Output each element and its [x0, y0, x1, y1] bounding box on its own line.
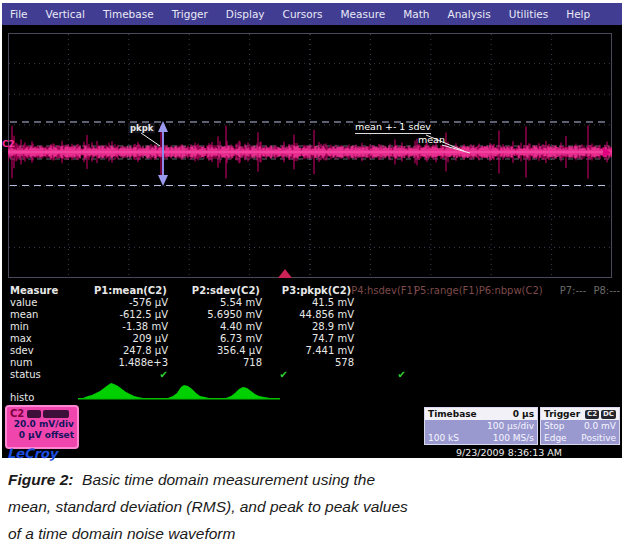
- menu-math[interactable]: Math: [394, 8, 438, 20]
- cell-value: 7.441 mV: [262, 345, 354, 357]
- menu-cursors[interactable]: Cursors: [274, 8, 332, 20]
- histogram-p2: [168, 385, 209, 398]
- row-label: sdev: [8, 345, 62, 357]
- cell-value: -576 µV: [62, 297, 168, 309]
- menu-display[interactable]: Display: [217, 8, 274, 20]
- timebase-scale: 100 µs/div: [487, 420, 534, 432]
- channel-c2-descriptor[interactable]: C2 20.0 mV/div 0 µV offset: [5, 405, 79, 449]
- row-label: num: [8, 357, 62, 369]
- menu-help[interactable]: Help: [557, 8, 599, 20]
- row-label: status: [8, 369, 62, 381]
- row-label: value: [8, 297, 62, 309]
- param-header-p7[interactable]: P7:---: [543, 285, 587, 297]
- cell-value: 6.73 mV: [168, 333, 262, 345]
- cell-value: 5.6950 mV: [168, 309, 262, 321]
- trigger-source-badge: C2: [585, 410, 599, 419]
- status-ok-icon: ✔: [194, 369, 314, 381]
- figure-label: Figure 2:: [8, 471, 73, 488]
- param-header-p2[interactable]: P2:sdev(C2): [167, 285, 260, 297]
- row-label: histo: [8, 392, 62, 403]
- table-row-num: num 1.488e+3 718 578: [8, 357, 620, 369]
- menu-measure[interactable]: Measure: [332, 8, 395, 20]
- row-label: min: [8, 321, 62, 333]
- cell-value: 74.7 mV: [262, 333, 354, 345]
- pkpk-arrow-down-icon: [158, 175, 168, 186]
- table-row-sdev: sdev 247.8 µV 356.4 µV 7.441 mV: [8, 345, 620, 357]
- cell-value: 718: [168, 357, 262, 369]
- caption-text: Basic time domain measurement using the: [82, 471, 375, 488]
- measure-title: Measure: [8, 285, 62, 297]
- cell-value: 5.54 mV: [168, 297, 262, 309]
- param-header-p6[interactable]: P6:nbpw(C2): [479, 285, 543, 297]
- trigger-slope: Positive: [581, 432, 616, 444]
- timebase-rate: 100 MS/s: [493, 432, 534, 444]
- channel-scale: 20.0 mV/div: [10, 419, 74, 430]
- row-label: max: [8, 333, 62, 345]
- table-row-mean: mean -612.5 µV 5.6950 mV 44.856 mV: [8, 309, 620, 321]
- histogram-baseline: [78, 398, 280, 400]
- timebase-title: Timebase: [428, 409, 477, 419]
- cell-value: 44.856 mV: [262, 309, 354, 321]
- oscilloscope-app: File Vertical Timebase Trigger Display C…: [2, 3, 622, 458]
- waveform-plot: [8, 33, 612, 278]
- menu-bar: File Vertical Timebase Trigger Display C…: [2, 3, 622, 25]
- channel-offset: 0 µV offset: [10, 430, 74, 441]
- timebase-position: 0 µs: [513, 409, 534, 419]
- mean-sdev-annotation: mean +- 1 sdev: [355, 121, 431, 134]
- parameter-histograms: [78, 381, 283, 401]
- page: File Vertical Timebase Trigger Display C…: [0, 0, 624, 547]
- cell-value: 356.4 µV: [168, 345, 262, 357]
- param-header-p4[interactable]: P4:hsdev(F1): [351, 285, 413, 297]
- cell-value: 41.5 mV: [262, 297, 354, 309]
- measure-panel: Measure P1:mean(C2) P2:sdev(C2) P3:pkpk(…: [8, 285, 620, 403]
- trigger-level: 0.0 mV: [584, 420, 616, 432]
- timebase-descriptor[interactable]: Timebase 0 µs 100 µs/div 100 kS 100 MS/s: [424, 407, 538, 445]
- menu-trigger[interactable]: Trigger: [163, 8, 217, 20]
- cell-value: 247.8 µV: [62, 345, 168, 357]
- cell-value: 1.488e+3: [62, 357, 168, 369]
- caption-line-1: Figure 2: Basic time domain measurement …: [8, 466, 608, 493]
- channel-name: C2: [10, 408, 24, 419]
- table-row-status: status ✔ ✔ ✔: [8, 369, 620, 381]
- measure-header-row: Measure P1:mean(C2) P2:sdev(C2) P3:pkpk(…: [8, 285, 620, 297]
- trigger-descriptor[interactable]: Trigger C2 DC Stop 0.0 mV Edge Positive: [540, 407, 620, 445]
- timebase-samples: 100 kS: [428, 432, 459, 444]
- menu-file[interactable]: File: [2, 8, 37, 20]
- trigger-title: Trigger: [544, 409, 580, 419]
- param-header-p1[interactable]: P1:mean(C2): [62, 285, 167, 297]
- trigger-mode: Stop: [544, 420, 564, 432]
- param-header-p3[interactable]: P3:pkpk(C2): [260, 285, 351, 297]
- menu-vertical[interactable]: Vertical: [37, 8, 94, 20]
- caption-text: of a time domain noise waveform: [8, 525, 235, 542]
- table-row-max: max 209 µV 6.73 mV 74.7 mV: [8, 333, 620, 345]
- status-ok-icon: ✔: [314, 369, 432, 381]
- caption-text: mean, standard deviation (RMS), and peak…: [8, 498, 408, 515]
- channel-baseline-marker[interactable]: C2: [2, 139, 15, 149]
- pkpk-leader-line: [141, 133, 160, 146]
- table-row-min: min -1.38 mV 4.40 mV 28.9 mV: [8, 321, 620, 333]
- menu-analysis[interactable]: Analysis: [438, 8, 499, 20]
- cell-value: 4.40 mV: [168, 321, 262, 333]
- param-header-p8[interactable]: P8:---: [586, 285, 620, 297]
- trigger-time-marker-icon[interactable]: [278, 269, 292, 278]
- menu-timebase[interactable]: Timebase: [94, 8, 163, 20]
- cell-value: 578: [262, 357, 354, 369]
- channel-badge: [43, 410, 69, 418]
- caption-line-3: of a time domain noise waveform: [8, 520, 608, 547]
- row-label: mean: [8, 309, 62, 321]
- cell-value: -612.5 µV: [62, 309, 168, 321]
- figure-caption: Figure 2: Basic time domain measurement …: [8, 466, 608, 547]
- mean-annotation: mean: [418, 134, 445, 145]
- menu-utilities[interactable]: Utilities: [500, 8, 558, 20]
- status-ok-icon: ✔: [62, 369, 194, 381]
- waveform-grid: pkpk mean +- 1 sdev mean C2: [8, 33, 612, 278]
- cell-value: 209 µV: [62, 333, 168, 345]
- lecroy-logo: LeCroy: [7, 446, 57, 461]
- param-header-p5[interactable]: P5:range(F1): [413, 285, 478, 297]
- pkpk-arrow-up-icon: [158, 121, 168, 132]
- cell-value: 28.9 mV: [262, 321, 354, 333]
- caption-line-2: mean, standard deviation (RMS), and peak…: [8, 493, 608, 520]
- cell-value: -1.38 mV: [62, 321, 168, 333]
- table-row-value: value -576 µV 5.54 mV 41.5 mV: [8, 297, 620, 309]
- histogram-p3: [226, 387, 270, 398]
